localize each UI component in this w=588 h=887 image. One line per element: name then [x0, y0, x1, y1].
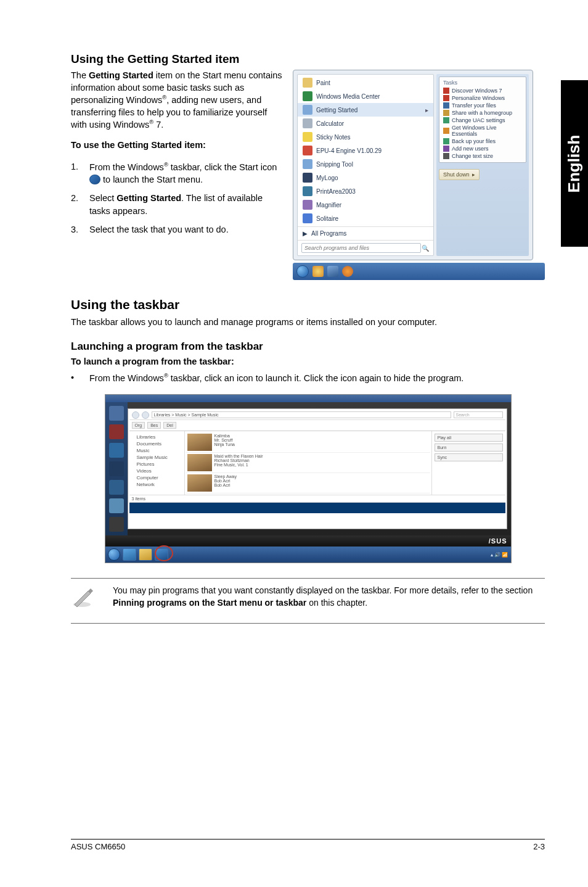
tree-node[interactable]: Videos — [132, 468, 182, 474]
task-item[interactable]: Add new users — [443, 145, 522, 152]
start-menu-item[interactable]: PrintArea2003 — [298, 184, 433, 198]
tree-node[interactable]: Pictures — [132, 461, 182, 468]
task-icon — [443, 110, 449, 116]
gadget-sidebar — [105, 402, 128, 535]
file-row[interactable]: KalimbaMr. ScruffNinja Tuna — [186, 432, 430, 453]
play-all-button[interactable]: Play all — [435, 434, 503, 442]
pinned-ie-icon[interactable] — [123, 548, 136, 561]
app-icon — [303, 173, 312, 183]
media-bar — [129, 502, 505, 513]
tree-node[interactable]: Sample Music — [132, 454, 182, 461]
app-icon — [303, 118, 312, 128]
shutdown-label: Shut down — [443, 171, 470, 178]
explorer-search[interactable]: Search — [454, 411, 503, 418]
back-button[interactable] — [132, 411, 139, 419]
task-item[interactable]: Change text size — [443, 152, 522, 160]
app-icon — [303, 132, 312, 142]
section2-title: Using the taskbar — [71, 297, 545, 312]
all-programs[interactable]: ▶ All Programs — [298, 226, 433, 240]
address-bar[interactable]: Libraries > Music > Sample Music — [152, 411, 451, 418]
start-menu-item-label: Solitaire — [316, 215, 338, 222]
toolbar-button[interactable]: Del — [163, 422, 176, 429]
file-row[interactable]: Sleep AwayBob AcriBob Acri — [186, 473, 430, 493]
start-menu-left: PaintWindows Media CenterGetting Started… — [297, 74, 434, 256]
task-label: Transfer your files — [452, 102, 496, 109]
burn-button[interactable]: Burn — [435, 444, 503, 452]
toolbar-button[interactable]: Org — [132, 422, 145, 429]
step-number: 2. — [71, 192, 89, 217]
task-label: Discover Windows 7 — [452, 88, 502, 94]
start-menu-item[interactable]: Snipping Tool — [298, 157, 433, 171]
pinned-explorer-icon[interactable] — [139, 548, 152, 561]
tasks-panel: Tasks Discover Windows 7Personalize Wind… — [439, 76, 526, 163]
start-menu-item[interactable]: Getting Started▸ — [298, 103, 433, 117]
tasks-title: Tasks — [443, 80, 522, 86]
start-bottom-bar — [293, 263, 545, 280]
start-orb-icon[interactable] — [108, 548, 120, 561]
tree-node[interactable]: Computer — [132, 474, 182, 481]
app-icon — [303, 213, 312, 223]
app-icon — [303, 200, 312, 210]
start-menu-item-label: Windows Media Center — [316, 93, 380, 100]
task-item[interactable]: Back up your files — [443, 138, 522, 145]
ie-icon[interactable] — [312, 266, 324, 277]
task-item[interactable]: Share with a homegroup — [443, 109, 522, 117]
step-text: Select the task that you want to do. — [89, 223, 285, 236]
task-label: Get Windows Live Essentials — [452, 125, 522, 137]
folder-tree[interactable]: LibrariesDocumentsMusicSample MusicPictu… — [129, 431, 185, 495]
details-pane: Play all Burn Sync — [431, 431, 505, 495]
section3-title: Launching a program from the taskbar — [71, 340, 545, 353]
highlight-circle-icon — [155, 545, 173, 561]
app-icon — [303, 146, 312, 155]
start-menu-item[interactable]: Windows Media Center — [298, 89, 433, 103]
section1-subhead: To use the Getting Started item: — [71, 139, 285, 152]
file-list[interactable]: KalimbaMr. ScruffNinja TunaMaid with the… — [185, 431, 431, 495]
start-menu-item[interactable]: MyLogo — [298, 171, 433, 184]
album-art-icon — [187, 454, 212, 471]
tree-node[interactable]: Documents — [132, 440, 182, 447]
task-item[interactable]: Get Windows Live Essentials — [443, 124, 522, 138]
task-item[interactable]: Transfer your files — [443, 102, 522, 109]
section3-bullet: From the Windows® taskbar, click an icon… — [89, 371, 463, 384]
toolbar-button[interactable]: Bes — [147, 422, 161, 429]
status-bar: 3 items — [129, 495, 505, 502]
start-menu-item-label: Paint — [316, 80, 330, 86]
file-meta: Maid with the Flaxen HairRichard Stoltzm… — [214, 454, 429, 471]
task-icon — [443, 138, 449, 144]
task-item[interactable]: Change UAC settings — [443, 117, 522, 124]
start-menu-item[interactable]: Solitaire — [298, 212, 433, 225]
start-search[interactable]: 🔍 — [298, 240, 433, 255]
tree-node[interactable]: Music — [132, 447, 182, 454]
file-row[interactable]: Maid with the Flaxen HairRichard Stoltzm… — [186, 453, 430, 473]
tree-node[interactable]: Network — [132, 481, 182, 488]
start-search-input[interactable] — [301, 243, 421, 253]
task-icon — [443, 102, 449, 109]
gadget-icon — [109, 517, 124, 532]
task-item[interactable]: Discover Windows 7 — [443, 87, 522, 94]
sync-button[interactable]: Sync — [435, 453, 503, 461]
explorer-icon[interactable] — [327, 266, 338, 277]
start-menu-item[interactable]: Paint — [298, 76, 433, 89]
tree-node[interactable]: Libraries — [132, 434, 182, 440]
gadget-icon — [109, 480, 124, 495]
gadget-icon — [109, 406, 124, 421]
bullet-marker: • — [71, 371, 89, 384]
task-item[interactable]: Personalize Windows — [443, 94, 522, 102]
start-menu-item[interactable]: Magnifier — [298, 198, 433, 212]
start-menu-item[interactable]: EPU-4 Engine V1.00.29 — [298, 144, 433, 157]
app-icon — [303, 91, 312, 101]
forward-button[interactable] — [142, 411, 149, 419]
note-text: You may pin programs that you want const… — [113, 585, 545, 609]
start-menu-item-label: Getting Started — [316, 107, 357, 113]
system-tray[interactable]: ▴ 🔊 📶 — [491, 552, 508, 558]
start-orb-icon[interactable] — [296, 265, 309, 278]
wmp-icon[interactable] — [342, 266, 353, 277]
start-menu-item[interactable]: Calculator — [298, 117, 433, 130]
shutdown-button[interactable]: Shut down ▸ — [439, 169, 480, 180]
app-icon — [303, 105, 312, 115]
gadget-icon — [109, 498, 124, 513]
start-menu-item[interactable]: Sticky Notes — [298, 130, 433, 144]
task-label: Share with a homegroup — [452, 110, 512, 116]
app-icon — [303, 159, 312, 169]
language-tab-label: English — [565, 134, 584, 192]
